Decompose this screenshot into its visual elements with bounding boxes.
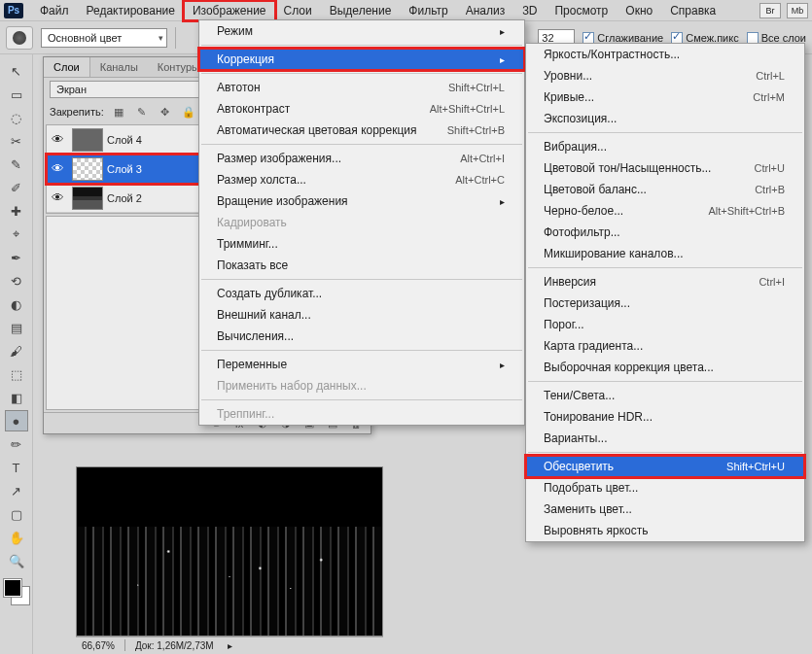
document-canvas[interactable] <box>76 466 383 637</box>
menu-item-label: Тонирование HDR... <box>544 410 653 424</box>
color-source-combo[interactable]: Основной цвет <box>41 28 167 48</box>
menu-adjust-item[interactable]: Подобрать цвет... <box>526 477 804 499</box>
menu-image-item[interactable]: Режим <box>199 20 524 42</box>
menu-Файл[interactable]: Файл <box>31 1 78 20</box>
menu-3D[interactable]: 3D <box>513 1 546 20</box>
menu-image-item[interactable]: Показать все <box>199 255 524 276</box>
tool-2[interactable]: ◌ <box>5 107 28 128</box>
menu-adjust-item[interactable]: Кривые...Ctrl+M <box>526 86 804 108</box>
menu-adjust-item[interactable]: Цветовой тон/Насыщенность...Ctrl+U <box>526 157 804 179</box>
menu-adjust-item[interactable]: Заменить цвет... <box>526 499 804 520</box>
tool-7[interactable]: ⌖ <box>5 224 28 245</box>
menu-adjust-item[interactable]: Экспозиция... <box>526 108 804 129</box>
tool-11[interactable]: ▤ <box>5 317 28 338</box>
menu-image-item[interactable]: Переменные <box>199 354 524 375</box>
menu-adjust-item[interactable]: ИнверсияCtrl+I <box>526 271 804 293</box>
lock-all-icon[interactable]: 🔒 <box>180 104 197 120</box>
tool-0[interactable]: ↖ <box>5 60 28 82</box>
menu-adjust-item[interactable]: Тонирование HDR... <box>526 406 804 428</box>
menu-image-item[interactable]: Размер изображения...Alt+Ctrl+I <box>199 148 524 169</box>
menu-adjust-item[interactable]: Выровнять яркость <box>526 520 804 541</box>
menu-image-item[interactable]: Автоматическая цветовая коррекцияShift+C… <box>199 120 524 141</box>
menu-adjust-item[interactable]: Микширование каналов... <box>526 243 804 264</box>
menu-image-item[interactable]: Тримминг... <box>199 233 524 255</box>
tool-9[interactable]: ⟲ <box>5 270 28 292</box>
menu-adjust-item[interactable]: ОбесцветитьShift+Ctrl+U <box>526 456 804 477</box>
tool-1[interactable]: ▭ <box>5 84 28 105</box>
menu-item-label: Яркость/Контрастность... <box>544 48 680 61</box>
tool-4[interactable]: ✎ <box>5 154 28 175</box>
menu-adjustments: Яркость/Контрастность...Уровни...Ctrl+LК… <box>525 43 805 542</box>
menu-adjust-item[interactable]: Фотофильтр... <box>526 222 804 243</box>
app-window: Ps ФайлРедактированиеИзображениеСлоиВыде… <box>0 0 812 654</box>
menu-item-label: Треппинг... <box>217 407 274 421</box>
tool-8[interactable]: ✒ <box>5 247 28 268</box>
tool-13[interactable]: ⬚ <box>5 363 28 385</box>
header-button-br[interactable]: Br <box>759 3 781 18</box>
layer-thumbnail[interactable] <box>72 187 103 210</box>
menu-adjust-item[interactable]: Тени/Света... <box>526 385 804 406</box>
menu-adjust-item[interactable]: Постеризация... <box>526 293 804 314</box>
menu-Фильтр[interactable]: Фильтр <box>400 1 456 20</box>
tool-20[interactable]: ✋ <box>5 527 28 548</box>
current-tool-indicator[interactable] <box>6 26 33 50</box>
tab-layers[interactable]: Слои <box>44 57 90 77</box>
menubar: Ps ФайлРедактированиеИзображениеСлоиВыде… <box>0 0 812 21</box>
menu-adjust-item[interactable]: Уровни...Ctrl+L <box>526 65 804 86</box>
tool-12[interactable]: 🖌 <box>5 340 28 361</box>
tool-16[interactable]: ✏ <box>5 433 28 455</box>
menu-item-label: Кадрировать <box>217 216 287 229</box>
menu-adjust-item[interactable]: Варианты... <box>526 428 804 449</box>
menu-adjust-item[interactable]: Выборочная коррекция цвета... <box>526 357 804 378</box>
menu-image-item[interactable]: Вращение изображения <box>199 190 524 212</box>
smoothing-checkbox[interactable]: Сглаживание <box>583 32 663 44</box>
tool-6[interactable]: ✚ <box>5 200 28 222</box>
menu-adjust-item[interactable]: Цветовой баланс...Ctrl+B <box>526 179 804 200</box>
menu-image-item[interactable]: Внешний канал... <box>199 304 524 326</box>
menu-Справка[interactable]: Справка <box>661 1 724 20</box>
lock-transparent-icon[interactable]: ▦ <box>110 104 127 120</box>
menu-adjust-item[interactable]: Карта градиента... <box>526 335 804 357</box>
tool-17[interactable]: T <box>5 457 28 478</box>
header-button-mb[interactable]: Mb <box>787 3 808 18</box>
visibility-eye-icon[interactable]: 👁 <box>47 161 68 176</box>
menu-adjust-item[interactable]: Порог... <box>526 314 804 335</box>
menu-Выделение[interactable]: Выделение <box>321 1 401 20</box>
menu-adjust-item[interactable]: Черно-белое...Alt+Shift+Ctrl+B <box>526 200 804 222</box>
menu-Изображение[interactable]: Изображение <box>184 1 275 20</box>
zoom-level[interactable]: 66,67% <box>82 640 115 651</box>
menu-Просмотр[interactable]: Просмотр <box>546 1 617 20</box>
tool-5[interactable]: ✐ <box>5 177 28 198</box>
visibility-eye-icon[interactable]: 👁 <box>47 190 68 205</box>
tool-10[interactable]: ◐ <box>5 293 28 315</box>
menu-image-item[interactable]: Создать дубликат... <box>199 283 524 304</box>
menu-item-label: Выровнять яркость <box>544 524 649 537</box>
tool-14[interactable]: ◧ <box>5 387 28 408</box>
menu-adjust-item[interactable]: Яркость/Контрастность... <box>526 44 804 65</box>
menu-image-item[interactable]: АвтотонShift+Ctrl+L <box>199 77 524 98</box>
menu-image-item[interactable]: Вычисления... <box>199 326 524 347</box>
menu-Редактирование[interactable]: Редактирование <box>78 1 184 20</box>
layer-thumbnail[interactable] <box>72 128 103 152</box>
menu-Анализ[interactable]: Анализ <box>457 1 514 20</box>
tool-15[interactable]: ● <box>5 410 28 431</box>
color-swatches[interactable] <box>4 579 29 604</box>
tool-19[interactable]: ▢ <box>5 503 28 525</box>
visibility-eye-icon[interactable]: 👁 <box>47 132 68 147</box>
menu-item-label: Переменные <box>217 358 287 371</box>
lock-pixels-icon[interactable]: ✎ <box>133 104 151 120</box>
tool-21[interactable]: 🔍 <box>5 550 28 571</box>
menu-image-item[interactable]: Коррекция <box>199 49 524 70</box>
menu-Слои[interactable]: Слои <box>275 1 321 20</box>
contiguous-checkbox[interactable]: Смеж.пикс <box>671 32 738 44</box>
menu-image-item[interactable]: Размер холста...Alt+Ctrl+C <box>199 169 524 190</box>
menu-adjust-item[interactable]: Вибрация... <box>526 136 804 157</box>
tool-18[interactable]: ↗ <box>5 480 28 501</box>
lock-position-icon[interactable]: ✥ <box>157 104 174 120</box>
menu-image-item[interactable]: АвтоконтрастAlt+Shift+Ctrl+L <box>199 98 524 120</box>
all-layers-checkbox[interactable]: Все слои <box>747 32 806 44</box>
menu-Окно[interactable]: Окно <box>617 1 661 20</box>
tab-channels[interactable]: Каналы <box>90 57 148 77</box>
layer-thumbnail[interactable] <box>72 157 103 181</box>
tool-3[interactable]: ✂ <box>5 130 28 152</box>
